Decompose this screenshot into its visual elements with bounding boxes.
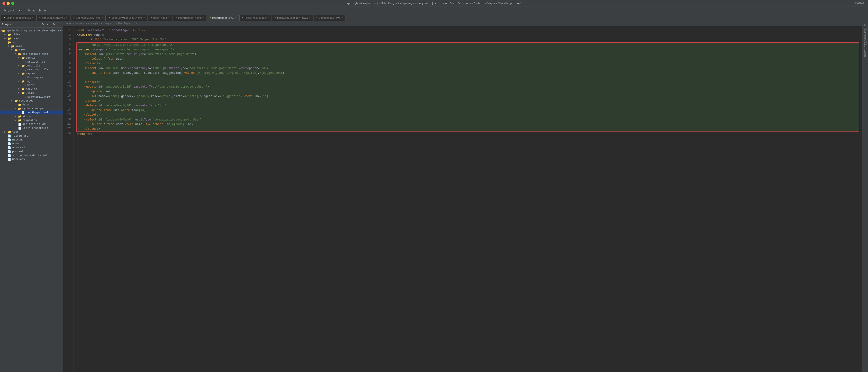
tree-arrow-9[interactable]: ▼ — [18, 64, 22, 67]
breadcrumb: main > resources > mybatis.mapper > User… — [63, 21, 862, 26]
tree-item-druidconfig[interactable]: ☕DruidConfig — [0, 60, 63, 64]
tab-jsonutils[interactable]: ●JsonUtils.java× — [314, 15, 346, 21]
tree-item-com-example-demo[interactable]: ▼📂com.example.demo — [0, 52, 63, 56]
tree-item-test[interactable]: ▶📁test — [0, 130, 63, 134]
tree-item-resources[interactable]: ▼📂resources — [0, 99, 63, 103]
tab-icon-appyml: ● — [39, 17, 41, 19]
tree-arrow-26[interactable]: ▶ — [4, 131, 8, 134]
tab-close-resource[interactable]: × — [267, 17, 269, 19]
tab-log4j[interactable]: ●log4j.properties× — [1, 15, 36, 21]
tree-arrow-13[interactable]: ▼ — [18, 80, 22, 83]
tree-item-springboot-mybatis-iml[interactable]: 📄springboot-mybatis.iml — [0, 153, 63, 157]
tab-icon-log4j: ● — [4, 17, 5, 19]
close-button[interactable] — [2, 2, 5, 5]
tree-arrow-2[interactable]: ▶ — [4, 37, 8, 40]
tree-arrow-23[interactable]: ▶ — [14, 119, 18, 122]
tree-item-service[interactable]: ▼📂service — [0, 87, 63, 91]
tree-icon-21: 📄 — [22, 111, 25, 114]
tree-icon-31: 📄 — [8, 150, 11, 153]
tree-arrow-22[interactable]: ▶ — [14, 115, 18, 118]
tree-item-mvnw[interactable]: 📄mvnw — [0, 142, 63, 146]
tree-icon-16: 📂 — [22, 91, 25, 95]
tree-item-config[interactable]: ▼📂config — [0, 56, 63, 60]
tree-item-mvnw-cmd[interactable]: 📄mvnw.cmd — [0, 146, 63, 149]
tab-appyml[interactable]: ●application.yml× — [36, 15, 70, 21]
tree-item-pom-xml[interactable]: 📄pom.xml — [0, 149, 63, 153]
tree-arrow-20[interactable]: ▼ — [14, 107, 18, 110]
sidebar-settings-icon[interactable]: ⚙ — [52, 22, 56, 27]
tree-item-utils[interactable]: ▼📂utils — [0, 91, 63, 95]
tree-item-log4j-properties[interactable]: 📄log4j.properties — [0, 126, 63, 130]
tree-item-demoapplication[interactable]: ☕DemoApplication — [0, 95, 63, 99]
tab-close-user[interactable]: × — [168, 17, 169, 19]
line-number-4: 4 — [63, 42, 71, 47]
tree-item-help-md[interactable]: 📄HELP.md — [0, 138, 63, 142]
tree-item-springboot-mybatis[interactable]: ▼📂springboot-mybatis ~/IdeaProjects/spri… — [0, 29, 63, 33]
tab-close-appyml[interactable]: × — [66, 17, 67, 19]
tab-close-jsonutils[interactable]: × — [342, 17, 343, 19]
tree-item--gitignore[interactable]: 📄.gitignore — [0, 134, 63, 138]
tree-item-usercontroller[interactable]: ☕UserController — [0, 68, 63, 71]
tab-demoapplication[interactable]: ●DemoApplication.java× — [272, 15, 313, 21]
tree-arrow-16[interactable]: ▼ — [18, 92, 22, 94]
tree-arrow-19[interactable]: ▶ — [14, 104, 18, 106]
tree-arrow-6[interactable]: ▼ — [14, 53, 18, 55]
collapse-icon[interactable]: — — [43, 8, 47, 13]
tab-label-userserviceimpl: UserServiceImpl.java — [112, 17, 142, 20]
sidebar-sync-icon[interactable]: ↻ — [46, 22, 50, 27]
tree-item-mapper[interactable]: ▼📂mapper — [0, 71, 63, 76]
tab-close-log4j[interactable]: × — [32, 17, 33, 19]
tree-item-user[interactable]: ☕User — [0, 83, 63, 87]
tree-item-static[interactable]: ▶📁static — [0, 114, 63, 118]
tree-item-usermapper-xml[interactable]: 📄UserMapper.xml — [0, 111, 63, 114]
tree-item-data[interactable]: ▶📁data — [0, 103, 63, 107]
tab-close-userserviceimpl[interactable]: × — [143, 17, 145, 19]
tree-item-mybatis-mapper[interactable]: ▼📂mybatis.mapper — [0, 107, 63, 111]
tree-arrow-11[interactable]: ▼ — [18, 72, 22, 75]
run-config-label[interactable]: ▶ DemoApplication — [863, 23, 867, 57]
tab-usermapper-xml[interactable]: ●UserMapper.xml× — [207, 15, 239, 21]
tree-item-user-csv[interactable]: 📄user.csv — [0, 157, 63, 161]
code-content[interactable]: <?xml version="1.0" encoding="UTF-8" ?> … — [73, 26, 862, 372]
tree-item--mvn[interactable]: ▶📁.mvn — [0, 36, 63, 40]
maximize-button[interactable] — [11, 2, 14, 5]
tab-close-usermapper-java[interactable]: × — [203, 17, 204, 19]
tree-item-templates[interactable]: ▶📁templates — [0, 118, 63, 122]
tree-item-usermapper[interactable]: ☕UserMapper — [0, 76, 63, 79]
settings-icon[interactable]: ⚙ — [38, 8, 41, 13]
tree-item-pojo[interactable]: ▼📂pojo — [0, 79, 63, 83]
tab-user[interactable]: ●User.java× — [148, 15, 172, 21]
tree-item-java[interactable]: ▼📂java — [0, 48, 63, 52]
project-dropdown[interactable]: Project — [2, 8, 16, 12]
tree-item-application-yml[interactable]: 📄application.yml — [0, 122, 63, 126]
tree-label-6: com.example.demo — [22, 53, 48, 56]
tree-arrow-1[interactable]: ▶ — [4, 33, 8, 36]
tree-arrow-3[interactable]: ▼ — [4, 41, 8, 44]
tree-item-controller[interactable]: ▼📂controller — [0, 64, 63, 68]
tab-userservice[interactable]: ●UserService.java× — [70, 15, 105, 21]
code-area[interactable]: 1234567891011121314151617181920212223 <?… — [63, 26, 862, 372]
sidebar-add-icon[interactable]: ⊕ — [41, 22, 44, 27]
tab-close-userservice[interactable]: × — [102, 17, 103, 19]
sync-icon[interactable]: ↻ — [32, 8, 36, 13]
tree-item--idea[interactable]: ▶📁.idea — [0, 33, 63, 36]
toolbar-chevron-icon[interactable]: ▾ — [18, 8, 22, 13]
tree-arrow-4[interactable]: ▼ — [8, 45, 11, 48]
tree-item-main[interactable]: ▼📂main — [0, 44, 63, 48]
tree-label-23: templates — [22, 119, 37, 122]
tree-arrow-5[interactable]: ▼ — [11, 49, 14, 51]
tab-resource[interactable]: ●Resource.class× — [239, 15, 272, 21]
tab-close-usermapper-xml[interactable]: × — [235, 17, 236, 19]
tab-userserviceimpl[interactable]: ●UserServiceImpl.java× — [106, 15, 147, 21]
tree-label-2: .mvn — [12, 37, 19, 40]
tab-close-demoapplication[interactable]: × — [309, 17, 310, 19]
add-icon[interactable]: ⊕ — [27, 8, 31, 13]
tree-item-src[interactable]: ▼📂src — [0, 40, 63, 44]
tab-label-usermapper-xml: UserMapper.xml — [212, 17, 234, 20]
tree-arrow-7[interactable]: ▼ — [18, 57, 22, 59]
tree-arrow-15[interactable]: ▼ — [18, 88, 22, 90]
tab-usermapper-java[interactable]: ●UserMapper.java× — [173, 15, 206, 21]
tree-arrow-18[interactable]: ▼ — [11, 99, 14, 102]
sidebar-collapse-icon[interactable]: — — [57, 22, 61, 27]
minimize-button[interactable] — [7, 2, 10, 5]
